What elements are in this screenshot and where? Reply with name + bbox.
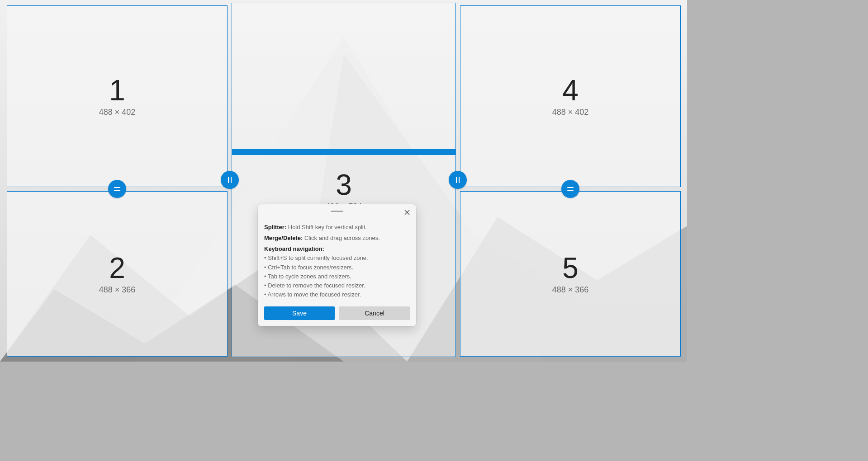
resizer-horizontal-right[interactable] <box>561 180 579 198</box>
grip-horizontal-icon <box>114 187 120 191</box>
zone-number: 3 <box>336 170 352 199</box>
help-tooltip[interactable]: Splitter: Hold Shift key for vertical sp… <box>258 204 416 326</box>
merge-label: Merge/Delete: <box>264 235 303 241</box>
cancel-button[interactable]: Cancel <box>339 306 410 320</box>
zone-number: 1 <box>109 76 125 105</box>
close-icon <box>404 210 410 215</box>
zone-5[interactable]: 5 488 × 366 <box>460 191 681 357</box>
save-button[interactable]: Save <box>264 306 335 320</box>
resizer-vertical-right[interactable] <box>449 171 467 189</box>
splitter-text: Hold Shift key for vertical split. <box>288 224 367 230</box>
resizer-horizontal-left[interactable] <box>108 180 126 198</box>
zone-2[interactable]: 2 488 × 366 <box>7 191 228 357</box>
nav-item: • Ctrl+Tab to focus zones/resizers. <box>264 263 410 272</box>
zone-splitter-bar[interactable] <box>232 149 456 155</box>
zone-dimensions: 488 × 366 <box>99 285 136 295</box>
zone-number: 2 <box>109 254 125 282</box>
zone-4[interactable]: 4 488 × 402 <box>460 5 681 187</box>
zone-number: 4 <box>562 76 579 105</box>
zone-dimensions: 488 × 366 <box>552 285 589 295</box>
nav-item: • Tab to cycle zones and resizers. <box>264 272 410 281</box>
zone-1[interactable]: 1 488 × 402 <box>7 5 228 187</box>
close-button[interactable] <box>403 208 412 217</box>
grip-vertical-icon <box>456 177 460 183</box>
nav-item: • Shift+S to split currently focused zon… <box>264 254 410 263</box>
grip-vertical-icon <box>228 177 232 183</box>
grip-horizontal-icon <box>567 187 574 191</box>
nav-label: Keyboard navigation: <box>264 245 324 252</box>
merge-text: Click and drag across zones. <box>304 235 380 241</box>
nav-item: • Arrows to move the focused resizer. <box>264 290 410 299</box>
splitter-label: Splitter: <box>264 224 286 230</box>
zone-number: 5 <box>562 254 579 282</box>
tooltip-drag-handle[interactable] <box>264 211 410 212</box>
zone-dimensions: 488 × 402 <box>99 108 136 117</box>
zone-dimensions: 488 × 402 <box>552 108 589 117</box>
resizer-vertical-left[interactable] <box>221 171 239 189</box>
tooltip-body: Splitter: Hold Shift key for vertical sp… <box>264 214 410 302</box>
nav-item: • Delete to remove the focused resizer. <box>264 281 410 290</box>
